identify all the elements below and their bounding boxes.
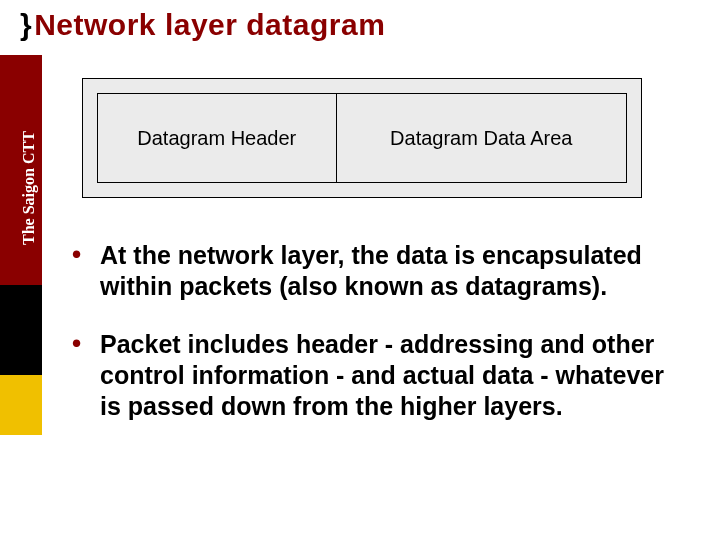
slide: The Saigon CTT }Network layer datagram D… [0,0,720,540]
list-item: Packet includes header - addressing and … [72,329,690,423]
left-rail: The Saigon CTT [0,0,42,540]
datagram-header-cell: Datagram Header [97,93,336,183]
datagram-diagram-inner: Datagram Header Datagram Data Area [97,93,627,183]
title-brace-icon: } [20,8,32,41]
datagram-data-cell: Datagram Data Area [336,93,628,183]
rail-segment-yellow [0,375,42,435]
sidebar-label: The Saigon CTT [20,45,38,245]
bullet-list: At the network layer, the data is encaps… [72,240,690,448]
slide-title: }Network layer datagram [20,8,385,42]
rail-segment-white-bottom [0,435,42,540]
list-item: At the network layer, the data is encaps… [72,240,690,303]
datagram-diagram: Datagram Header Datagram Data Area [82,78,642,198]
title-text: Network layer datagram [34,8,385,41]
rail-segment-black [0,285,42,375]
